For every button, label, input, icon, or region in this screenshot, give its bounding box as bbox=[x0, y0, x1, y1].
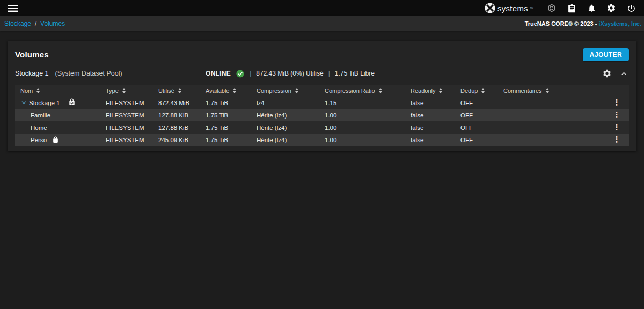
pool-status-group: ONLINE | 872.43 MiB (0%) Utilisé | 1.75 … bbox=[206, 69, 375, 78]
cell-compression: Hérite (lz4) bbox=[251, 121, 319, 134]
row-menu-kebab-icon[interactable]: ⋮ bbox=[613, 123, 621, 131]
sort-icon[interactable] bbox=[295, 88, 298, 93]
copyright-prefix: TrueNAS CORE® © 2023 - bbox=[525, 20, 599, 27]
dataset-name: Perso bbox=[31, 137, 47, 143]
header-label: Dedup bbox=[460, 87, 478, 94]
cell-used: 872.43 MiB bbox=[153, 97, 200, 109]
cell-available: 1.75 TiB bbox=[200, 121, 251, 134]
cell-comments bbox=[498, 134, 604, 146]
power-icon[interactable] bbox=[625, 2, 638, 14]
sort-icon[interactable] bbox=[481, 88, 485, 93]
cell-type: FILESYSTEM bbox=[100, 134, 153, 146]
header-compression[interactable]: Compression bbox=[251, 85, 319, 97]
header-nom[interactable]: Nom bbox=[15, 85, 100, 97]
settings-gear-icon[interactable] bbox=[605, 2, 618, 14]
header-label: Readonly bbox=[411, 87, 435, 94]
cell-readonly: false bbox=[405, 97, 455, 109]
collapse-chevron-up-icon[interactable] bbox=[620, 70, 628, 78]
pool-settings-gear-icon[interactable] bbox=[602, 69, 612, 78]
header-label: Nom bbox=[20, 87, 33, 94]
hamburger-menu-icon[interactable] bbox=[8, 5, 18, 12]
cell-readonly: false bbox=[405, 121, 455, 134]
sort-icon[interactable] bbox=[122, 88, 126, 93]
cell-actions: ⋮ bbox=[604, 109, 629, 121]
cell-actions: ⋮ bbox=[604, 134, 629, 146]
truecommand-icon[interactable] bbox=[545, 2, 558, 14]
pool-name: Stockage 1 bbox=[15, 70, 49, 77]
header-label: Type bbox=[106, 87, 119, 94]
cell-used: 127.88 KiB bbox=[153, 121, 200, 134]
topbar-actions bbox=[545, 2, 638, 14]
cell-available: 1.75 TiB bbox=[200, 134, 251, 146]
table-row-home[interactable]: Home FILESYSTEM 127.88 KiB 1.75 TiB Héri… bbox=[15, 121, 629, 134]
header-label: Utilisé bbox=[158, 87, 174, 94]
cell-type: FILESYSTEM bbox=[100, 97, 153, 109]
pool-actions bbox=[602, 69, 629, 78]
top-app-bar: systems ™ bbox=[0, 0, 644, 16]
sort-icon[interactable] bbox=[36, 88, 40, 93]
cell-name: Stockage 1 bbox=[15, 97, 100, 109]
breadcrumb-bar: Stockage / Volumes TrueNAS CORE® © 2023 … bbox=[0, 16, 644, 31]
brand-text: systems bbox=[497, 4, 528, 13]
row-menu-kebab-icon[interactable]: ⋮ bbox=[613, 99, 621, 107]
copyright-text: TrueNAS CORE® © 2023 - iXsystems, Inc. bbox=[525, 20, 641, 27]
cell-dedup: OFF bbox=[455, 109, 498, 121]
row-menu-kebab-icon[interactable]: ⋮ bbox=[613, 136, 621, 144]
volumes-card-header: Volumes AJOUTER bbox=[15, 41, 629, 61]
table-row-stockage1[interactable]: Stockage 1 FILESYSTEM 872.43 MiB 1.75 Ti… bbox=[15, 97, 629, 109]
encryption-disabled-lock-icon[interactable] bbox=[68, 98, 76, 106]
header-utilise[interactable]: Utilisé bbox=[153, 85, 200, 97]
pool-identity: Stockage 1 (System Dataset Pool) bbox=[15, 70, 206, 77]
ixsystems-logo-icon bbox=[484, 2, 496, 14]
cell-name: Perso bbox=[15, 134, 100, 146]
cell-type: FILESYSTEM bbox=[100, 109, 153, 121]
sort-icon[interactable] bbox=[439, 88, 442, 93]
header-compression-ratio[interactable]: Compression Ratio bbox=[319, 85, 405, 97]
main-content: Volumes AJOUTER Stockage 1 (System Datas… bbox=[0, 41, 644, 151]
header-available[interactable]: Available bbox=[200, 85, 251, 97]
cell-compression: Hérite (lz4) bbox=[251, 134, 319, 146]
table-row-famille[interactable]: Famille FILESYSTEM 127.88 KiB 1.75 TiB H… bbox=[15, 109, 629, 121]
header-label: Available bbox=[206, 87, 229, 94]
copyright-link[interactable]: iXsystems, Inc. bbox=[599, 20, 642, 27]
sort-icon[interactable] bbox=[379, 88, 382, 93]
cell-dedup: OFF bbox=[455, 121, 498, 134]
pool-status-label: ONLINE bbox=[206, 70, 231, 77]
ixsystems-logo: systems ™ bbox=[484, 2, 533, 14]
cell-name: Home bbox=[15, 121, 100, 134]
cell-used: 127.88 KiB bbox=[153, 109, 200, 121]
datasets-table: Nom Type Utilisé Available Compression C… bbox=[15, 85, 629, 146]
pool-summary-row: Stockage 1 (System Dataset Pool) ONLINE … bbox=[15, 67, 629, 80]
cell-available: 1.75 TiB bbox=[200, 97, 251, 109]
cell-actions: ⋮ bbox=[604, 97, 629, 109]
table-header-row: Nom Type Utilisé Available Compression C… bbox=[15, 85, 629, 97]
unlocked-padlock-icon[interactable] bbox=[52, 136, 59, 143]
header-dedup[interactable]: Dedup bbox=[455, 85, 498, 97]
header-type[interactable]: Type bbox=[100, 85, 153, 97]
breadcrumb-volumes[interactable]: Volumes bbox=[40, 20, 65, 27]
cell-compression-ratio: 1.15 bbox=[319, 97, 405, 109]
status-separator: | bbox=[328, 70, 330, 77]
cell-name: Famille bbox=[15, 109, 100, 121]
sort-icon[interactable] bbox=[546, 88, 549, 93]
table-row-perso[interactable]: Perso FILESYSTEM 245.09 KiB 1.75 TiB Hér… bbox=[15, 134, 629, 146]
tasks-icon[interactable] bbox=[565, 2, 578, 14]
header-readonly[interactable]: Readonly bbox=[405, 85, 455, 97]
add-volume-button[interactable]: AJOUTER bbox=[583, 48, 629, 61]
cell-dedup: OFF bbox=[455, 97, 498, 109]
row-menu-kebab-icon[interactable]: ⋮ bbox=[613, 111, 621, 119]
pool-free: 1.75 TiB Libre bbox=[335, 70, 375, 77]
header-commentaires[interactable]: Commentaires bbox=[498, 85, 604, 97]
pool-used: 872.43 MiB (0%) Utilisé bbox=[256, 70, 323, 77]
brand-trademark: ™ bbox=[530, 6, 533, 10]
cell-readonly: false bbox=[405, 134, 455, 146]
cell-compression-ratio: 1.00 bbox=[319, 134, 405, 146]
breadcrumb-stockage[interactable]: Stockage bbox=[4, 20, 31, 27]
chevron-down-icon[interactable] bbox=[20, 99, 27, 106]
sort-icon[interactable] bbox=[233, 88, 236, 93]
cell-compression-ratio: 1.00 bbox=[319, 109, 405, 121]
sort-icon[interactable] bbox=[178, 88, 181, 93]
cell-type: FILESYSTEM bbox=[100, 121, 153, 134]
alerts-bell-icon[interactable] bbox=[585, 2, 598, 14]
cell-compression: Hérite (lz4) bbox=[251, 109, 319, 121]
